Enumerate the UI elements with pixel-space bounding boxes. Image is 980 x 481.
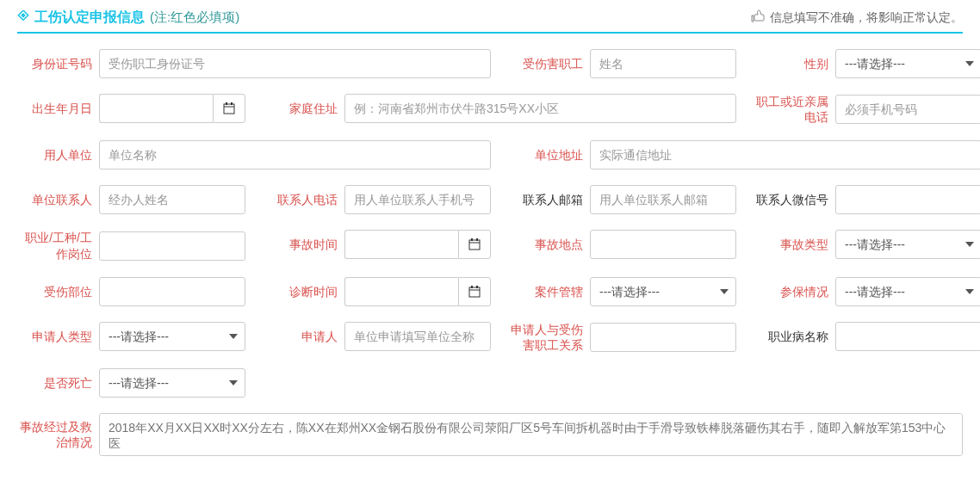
- calendar-icon: [468, 286, 481, 298]
- label-apptype: 申请人类型: [17, 329, 99, 344]
- acctype-select[interactable]: ---请选择---: [835, 230, 980, 259]
- calendar-icon: [468, 238, 481, 250]
- label-acctime: 事故时间: [263, 237, 344, 252]
- acctime-input[interactable]: [344, 230, 458, 259]
- acctime-calendar-button[interactable]: [458, 230, 491, 259]
- label-birth: 出生年月日: [17, 101, 99, 116]
- insure-select[interactable]: ---请选择---: [835, 277, 980, 306]
- accdesc-textarea[interactable]: [99, 413, 963, 456]
- label-injurypart: 受伤部位: [17, 284, 99, 299]
- section-title: 工伤认定申报信息: [34, 9, 145, 27]
- empaddr-input[interactable]: [590, 140, 980, 170]
- job-input[interactable]: [99, 231, 245, 261]
- label-empaddr: 单位地址: [508, 147, 590, 163]
- header-left: 工伤认定申报信息 (注:红色必填项): [17, 9, 239, 27]
- label-apprel: 申请人与受伤害职工关系: [508, 322, 590, 353]
- label-acctype: 事故类型: [754, 237, 835, 252]
- svg-rect-1: [21, 13, 26, 18]
- calendar-icon: [223, 102, 235, 114]
- diagtime-calendar-button[interactable]: [458, 277, 491, 306]
- svg-rect-10: [469, 287, 480, 297]
- injurypart-input[interactable]: [99, 277, 245, 306]
- birth-input[interactable]: [99, 94, 213, 123]
- label-job: 职业/工种/工作岗位: [17, 230, 99, 261]
- gender-select[interactable]: ---请选择---: [835, 49, 980, 78]
- thumb-icon: [751, 9, 765, 26]
- homeaddr-input[interactable]: [344, 94, 736, 123]
- label-homeaddr: 家庭住址: [263, 101, 344, 116]
- label-contactemail: 联系人邮箱: [508, 192, 590, 207]
- svg-rect-2: [224, 104, 234, 114]
- contactwechat-input[interactable]: [835, 185, 980, 214]
- label-contactphone: 联系人电话: [263, 192, 344, 207]
- relphone-input[interactable]: [835, 95, 980, 124]
- contactemail-input[interactable]: [590, 185, 736, 214]
- warning-text: 信息填写不准确，将影响正常认定。: [770, 10, 963, 26]
- victim-input[interactable]: [590, 49, 736, 78]
- label-accdesc: 事故经过及救治情况: [17, 419, 99, 450]
- label-idcard: 身份证号码: [17, 56, 99, 71]
- label-casejur: 案件管辖: [508, 284, 590, 299]
- contactphone-input[interactable]: [344, 185, 491, 214]
- isdeath-select[interactable]: ---请选择---: [99, 368, 245, 398]
- apptype-select[interactable]: ---请选择---: [99, 322, 245, 351]
- label-isdeath: 是否死亡: [17, 375, 99, 391]
- empcontact-input[interactable]: [99, 185, 245, 214]
- svg-rect-6: [469, 240, 480, 250]
- label-empcontact: 单位联系人: [17, 192, 99, 207]
- casejur-select[interactable]: ---请选择---: [590, 277, 736, 306]
- label-relphone: 职工或近亲属电话: [754, 94, 835, 125]
- label-employer: 用人单位: [17, 147, 99, 163]
- label-accplace: 事故地点: [508, 237, 590, 252]
- label-insure: 参保情况: [754, 284, 835, 299]
- form-grid: 身份证号码 受伤害职工 性别---请选择--- 出生年月日 家庭住址 职工或近亲…: [17, 49, 963, 456]
- applicant-input[interactable]: [344, 322, 491, 351]
- label-applicant: 申请人: [263, 329, 344, 344]
- occname-input[interactable]: [835, 322, 980, 351]
- section-header: 工伤认定申报信息 (注:红色必填项) 信息填写不准确，将影响正常认定。: [17, 9, 963, 34]
- label-victim: 受伤害职工: [508, 56, 590, 71]
- apprel-input[interactable]: [590, 323, 736, 352]
- label-gender: 性别: [754, 56, 835, 71]
- header-warning: 信息填写不准确，将影响正常认定。: [751, 9, 963, 26]
- label-diagtime: 诊断时间: [263, 284, 344, 299]
- diamond-icon: [17, 10, 29, 25]
- diagtime-input[interactable]: [344, 277, 458, 306]
- accplace-input[interactable]: [590, 230, 736, 259]
- section-note: (注:红色必填项): [150, 9, 239, 26]
- birth-calendar-button[interactable]: [213, 94, 245, 123]
- label-contactwechat: 联系人微信号: [754, 192, 835, 207]
- label-occname: 职业病名称: [754, 329, 835, 344]
- employer-input[interactable]: [99, 140, 491, 170]
- idcard-input[interactable]: [99, 49, 491, 78]
